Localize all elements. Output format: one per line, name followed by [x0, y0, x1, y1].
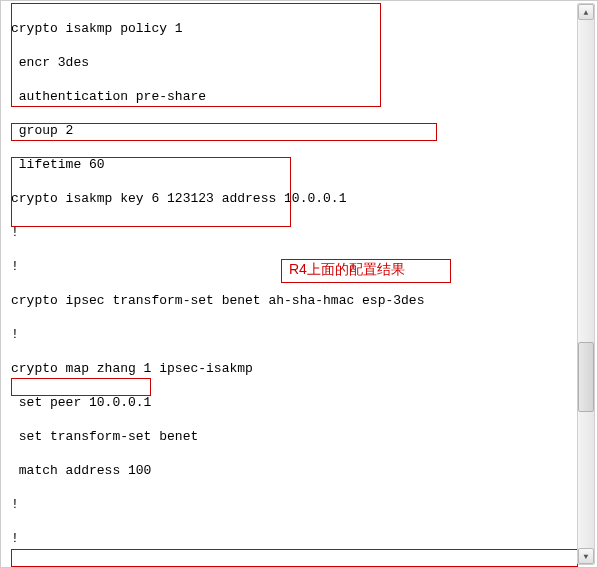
cfg-line: encr 3des [11, 54, 571, 71]
cfg-line: group 2 [11, 122, 571, 139]
cfg-line: crypto ipsec transform-set benet ah-sha-… [11, 292, 571, 309]
chevron-down-icon: ▼ [584, 548, 589, 565]
cfg-line: ! [11, 224, 571, 241]
cfg-line: match address 100 [11, 462, 571, 479]
cfg-line: ! [11, 326, 571, 343]
cfg-line: authentication pre-share [11, 88, 571, 105]
cfg-line: crypto isakmp policy 1 [11, 20, 571, 37]
cfg-line: lifetime 60 [11, 156, 571, 173]
cfg-line: set transform-set benet [11, 428, 571, 445]
chevron-up-icon: ▲ [584, 4, 589, 21]
annotation-text: R4上面的配置结果 [289, 261, 405, 278]
cfg-line: set peer 10.0.0.1 [11, 394, 571, 411]
scroll-up-button[interactable]: ▲ [578, 4, 594, 20]
cfg-line: crypto isakmp key 6 123123 address 10.0.… [11, 190, 571, 207]
cfg-line: ! [11, 496, 571, 513]
scroll-thumb[interactable] [578, 342, 594, 412]
config-text: crypto isakmp policy 1 encr 3des authent… [11, 3, 571, 568]
cfg-line: ! [11, 530, 571, 547]
vertical-scrollbar[interactable]: ▲ ▼ [577, 3, 595, 565]
cfg-line: crypto map zhang 1 ipsec-isakmp [11, 360, 571, 377]
scroll-down-button[interactable]: ▼ [578, 548, 594, 564]
cfg-line: ! [11, 564, 571, 568]
